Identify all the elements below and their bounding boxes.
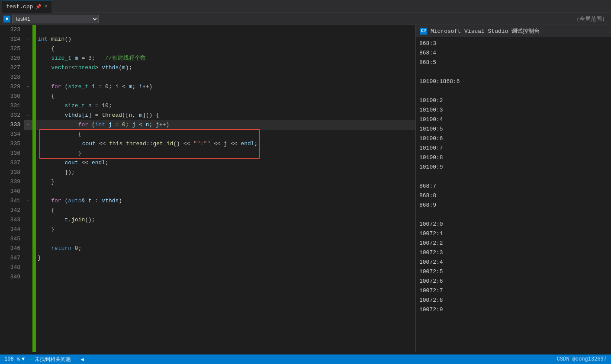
code-line-341: for (auto& t : vthds)	[36, 196, 415, 206]
file-type-icon: ■	[3, 16, 10, 22]
console-line-19: 10072:0	[419, 220, 608, 229]
console-line-13: 10100:9	[419, 163, 608, 172]
code-line-338: });	[36, 168, 415, 177]
gutter-332[interactable]: −	[24, 111, 32, 120]
code-editor-panel: 323 324 325 326 327 328 329 330 331 332 …	[0, 25, 415, 352]
toolbar-left: ■ test41	[3, 15, 570, 23]
line-num-349: 349	[0, 272, 20, 282]
code-line-331: size_t n = 10;	[36, 101, 415, 111]
code-content: 323 324 325 326 327 328 329 330 331 332 …	[0, 25, 415, 352]
console-line-21: 10072:2	[419, 239, 608, 248]
attribution: CSDN @dong132697	[557, 356, 607, 362]
file-tab-label: test.cpp	[6, 3, 33, 10]
line-num-324: 324	[0, 35, 20, 44]
console-line-0: 868:3	[419, 39, 608, 48]
gutter-336	[24, 149, 32, 158]
fold-332-icon[interactable]: −	[27, 113, 29, 118]
toolbar: ■ test41 （全局范围）	[0, 13, 611, 25]
line-num-342: 342	[0, 206, 20, 215]
console-output[interactable]: 868:3 868:4 868:5 10100:1868:6 10100:2 1…	[416, 37, 611, 352]
fold-341-icon[interactable]: −	[27, 199, 29, 204]
gutter-346	[24, 244, 32, 253]
gutter-326	[24, 54, 32, 63]
scroll-left-icon[interactable]: ◀	[80, 356, 84, 363]
scope-display: （全局范围）	[574, 15, 608, 23]
pin-icon[interactable]: 📌	[35, 4, 42, 10]
gutter-328	[24, 73, 32, 82]
file-tab[interactable]: test.cpp 📌 ×	[2, 0, 51, 13]
console-line-8: 10100:4	[419, 115, 608, 125]
code-line-346: return 0;	[36, 244, 415, 253]
console-line-23: 10072:4	[419, 258, 608, 267]
close-icon[interactable]: ×	[44, 4, 47, 9]
gutter-327	[24, 63, 32, 73]
console-line-20: 10072:1	[419, 229, 608, 239]
line-num-327: 327	[0, 63, 20, 73]
line-num-325: 325	[0, 44, 20, 54]
line-num-330: 330	[0, 92, 20, 101]
code-line-335: cout << this_thread::get_id() << "":"" <…	[36, 139, 415, 149]
line-num-338: 338	[0, 168, 20, 177]
attribution-text: CSDN @dong132697	[557, 356, 607, 362]
line-num-348: 348	[0, 263, 20, 272]
line-num-344: 344	[0, 225, 20, 234]
line-num-347: 347	[0, 253, 20, 263]
console-line-15: 868:7	[419, 182, 608, 191]
console-line-12: 10100:8	[419, 153, 608, 163]
scope-dropdown-left[interactable]: test41	[12, 15, 99, 23]
fold-324-icon[interactable]: −	[27, 37, 29, 42]
line-num-346: 346	[0, 244, 20, 253]
line-num-336: 336	[0, 149, 20, 158]
console-line-4: 10100:1868:6	[419, 77, 608, 86]
gutter-341[interactable]: −	[24, 196, 32, 206]
fold-329-icon[interactable]: −	[27, 85, 29, 89]
console-line-7: 10100:3	[419, 105, 608, 115]
code-line-323	[36, 25, 415, 35]
code-line-327: vector<thread> vthds(m);	[36, 63, 415, 73]
gutter-335	[24, 139, 32, 149]
code-line-328	[36, 73, 415, 82]
gutter-330	[24, 92, 32, 101]
console-line-25: 10072:6	[419, 277, 608, 286]
console-line-28: 10072:9	[419, 305, 608, 315]
code-line-337: cout << endl;	[36, 158, 415, 168]
main-layout: 323 324 325 326 327 328 329 330 331 332 …	[0, 25, 611, 352]
code-line-343: t.join();	[36, 215, 415, 225]
code-line-326: size_t m = 3; //创建线程个数	[36, 54, 415, 63]
status-check: ✓ 未找到相关问题	[30, 356, 71, 363]
line-numbers: 323 324 325 326 327 328 329 330 331 332 …	[0, 25, 24, 352]
gutter-344	[24, 225, 32, 234]
console-line-1: 868:4	[419, 48, 608, 58]
console-header: C# Microsoft Visual Studio 调试控制台	[416, 25, 611, 37]
gutter-339	[24, 177, 32, 187]
console-line-5	[419, 86, 608, 96]
console-line-14	[419, 172, 608, 182]
code-line-332: vthds[i] = thread([n, m]() {	[36, 111, 415, 120]
code-line-348	[36, 263, 415, 272]
console-line-24: 10072:5	[419, 267, 608, 277]
console-line-17: 868:9	[419, 201, 608, 210]
console-line-18	[419, 210, 608, 220]
console-title: Microsoft Visual Studio 调试控制台	[431, 27, 540, 35]
status-message: 未找到相关问题	[35, 356, 71, 363]
console-line-11: 10100:7	[419, 144, 608, 153]
gutter-331	[24, 101, 32, 111]
console-line-26: 10072:7	[419, 286, 608, 296]
gutter-340	[24, 187, 32, 196]
gutter-349	[24, 272, 32, 282]
fold-333-icon[interactable]: −	[27, 123, 29, 128]
code-line-325: {	[36, 44, 415, 54]
code-lines-container[interactable]: int main() { size_t m = 3; //创建线程个数 vect…	[36, 25, 415, 352]
zoom-indicator[interactable]: 108 % ▼	[4, 356, 25, 362]
zoom-arrow-icon: ▼	[22, 356, 25, 362]
code-line-349	[36, 272, 415, 282]
line-num-337: 337	[0, 158, 20, 168]
gutter-329[interactable]: −	[24, 82, 32, 92]
gutter-333[interactable]: −	[24, 120, 32, 130]
gutter-324[interactable]: −	[24, 35, 32, 44]
line-num-341: 341	[0, 196, 20, 206]
code-line-339: }	[36, 177, 415, 187]
console-line-22: 10072:3	[419, 248, 608, 258]
line-num-345: 345	[0, 234, 20, 244]
console-line-6: 10100:2	[419, 96, 608, 105]
